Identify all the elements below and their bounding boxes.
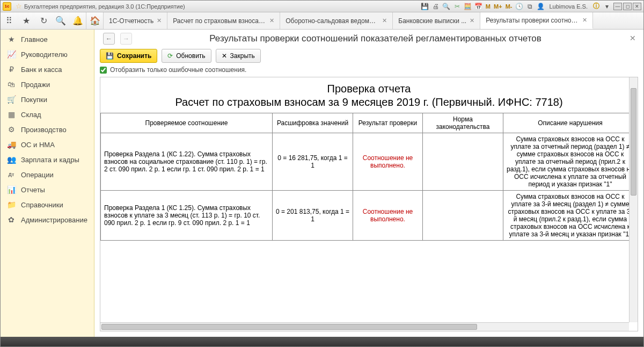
maximize-button[interactable]: ◻ xyxy=(623,3,632,10)
cart-icon: 🛒 xyxy=(7,95,16,104)
sidebar-item-sales[interactable]: 🛍Продажи xyxy=(1,77,94,92)
sidebar-item-admin[interactable]: ✿Администрирование xyxy=(1,212,94,227)
close-icon[interactable]: ✕ xyxy=(582,17,587,24)
table-header-row: Проверяемое соотношение Расшифровка знач… xyxy=(101,113,638,133)
table-row[interactable]: Проверка Раздела 1 (КС 1.22). Сумма стра… xyxy=(101,133,638,191)
print-icon[interactable]: 🖨 xyxy=(431,2,441,11)
content-area: ✕ ← → Результаты проверки соотношений по… xyxy=(94,30,643,337)
close-icon[interactable]: ✕ xyxy=(470,17,474,24)
chart-icon: 📈 xyxy=(7,50,16,59)
sidebar-item-production[interactable]: ⚙Производство xyxy=(1,122,94,137)
favorite-star-icon[interactable]: ☆ xyxy=(16,2,22,10)
people-icon: 👥 xyxy=(7,155,16,164)
close-button[interactable]: ✕ Закрыть xyxy=(216,49,261,63)
tab-insurance-calc[interactable]: Расчет по страховым взносам за 9 ... ✕ xyxy=(167,12,280,29)
col-description: Описание нарушения xyxy=(503,113,638,133)
sidebar-item-bank[interactable]: ₽Банк и касса xyxy=(1,62,94,77)
bag-icon: 🛍 xyxy=(7,80,16,89)
errors-only-checkbox[interactable] xyxy=(100,67,107,74)
history-icon[interactable]: ↻ xyxy=(35,12,52,29)
apps-grid-icon[interactable]: ⠿ xyxy=(1,12,18,29)
sidebar-item-reports[interactable]: 📊Отчеты xyxy=(1,182,94,197)
table-row[interactable]: Проверка Раздела 1 (КС 1.25). Сумма стра… xyxy=(101,191,638,241)
windows-icon[interactable]: ⧉ xyxy=(525,2,535,11)
preview-icon[interactable]: 🔍 xyxy=(442,2,451,11)
report-subheading: Расчет по страховым взносам за 9 месяцев… xyxy=(100,96,638,113)
refresh-button[interactable]: ⟳ Обновить xyxy=(162,49,211,63)
memory-m[interactable]: M xyxy=(484,3,492,10)
minimize-button[interactable]: — xyxy=(613,3,622,10)
sidebar-item-warehouse[interactable]: ▦Склад xyxy=(1,107,94,122)
star-icon: ★ xyxy=(7,35,16,44)
close-page-icon[interactable]: ✕ xyxy=(630,34,636,42)
user-icon: 👤 xyxy=(536,2,545,11)
dtkt-icon: Дт xyxy=(7,172,16,177)
col-norm: Норма законодательства xyxy=(423,113,503,133)
tab-bank-statements[interactable]: Банковские выписки ... ✕ xyxy=(393,12,480,29)
refresh-icon: ⟳ xyxy=(167,52,173,60)
titlebar: 1c ☆ Бухгалтерия предприятия, редакция 3… xyxy=(1,1,643,12)
nav-forward-button[interactable]: → xyxy=(120,33,132,45)
toolbar-star-icon[interactable]: ★ xyxy=(18,12,35,29)
save-icon: 💾 xyxy=(106,52,114,60)
horizontal-scrollbar[interactable] xyxy=(100,322,629,331)
nav-back-button[interactable]: ← xyxy=(103,33,115,45)
ruble-icon: ₽ xyxy=(7,65,16,74)
close-window-button[interactable]: ✕ xyxy=(633,3,641,10)
home-icon[interactable]: 🏠 xyxy=(86,12,104,29)
flower-icon: ✿ xyxy=(7,215,16,224)
sidebar-item-main[interactable]: ★Главное xyxy=(1,32,94,47)
report-heading: Проверка отчета xyxy=(100,77,638,96)
bars-icon: 📊 xyxy=(7,185,16,194)
close-icon[interactable]: ✕ xyxy=(382,17,387,24)
search-icon[interactable]: 🔍 xyxy=(52,12,69,29)
clock-icon[interactable]: 🕓 xyxy=(514,2,524,11)
errors-only-label: Отобразить только ошибочные соотношения. xyxy=(110,66,246,74)
document-tabs: 1С-Отчетность ✕ Расчет по страховым взно… xyxy=(104,12,643,29)
sidebar-item-assets[interactable]: 🚚ОС и НМА xyxy=(1,137,94,152)
sidebar-item-catalogs[interactable]: 📁Справочники xyxy=(1,197,94,212)
close-icon[interactable]: ✕ xyxy=(157,17,162,24)
memory-m-minus[interactable]: M- xyxy=(504,3,514,10)
dropdown-icon[interactable]: ▾ xyxy=(602,2,612,11)
page-title: Результаты проверки соотношений показате… xyxy=(137,33,635,44)
sidebar-item-purchases[interactable]: 🛒Покупки xyxy=(1,92,94,107)
col-values: Расшифровка значений xyxy=(273,113,353,133)
user-name: Lubimova E.S. xyxy=(549,3,588,10)
calculator-icon[interactable]: 🧮 xyxy=(463,2,473,11)
os-taskbar xyxy=(1,337,643,346)
tab-1c-reporting[interactable]: 1С-Отчетность ✕ xyxy=(104,12,167,29)
info-icon[interactable]: ⓘ xyxy=(591,2,601,11)
sidebar-item-operations[interactable]: ДтОперации xyxy=(1,167,94,182)
folder-icon: 📁 xyxy=(7,200,16,209)
bell-icon[interactable]: 🔔 xyxy=(69,12,86,29)
save-button[interactable]: 💾 Сохранить xyxy=(100,49,157,63)
truck-icon: 🚚 xyxy=(7,140,16,149)
col-result: Результат проверки xyxy=(353,113,423,133)
close-icon[interactable]: ✕ xyxy=(269,17,274,24)
tab-check-results[interactable]: Результаты проверки соотношений ... ✕ xyxy=(480,12,593,29)
sidebar-item-manager[interactable]: 📈Руководителю xyxy=(1,47,94,62)
vertical-scrollbar[interactable] xyxy=(629,77,638,322)
calendar-icon[interactable]: 📅 xyxy=(474,2,484,11)
main-toolbar: ⠿ ★ ↻ 🔍 🔔 🏠 1С-Отчетность ✕ Расчет по ст… xyxy=(1,12,643,30)
save-file-icon[interactable]: 💾 xyxy=(420,2,430,11)
memory-m-plus[interactable]: M+ xyxy=(492,3,504,10)
x-icon: ✕ xyxy=(222,52,227,60)
app-logo-icon: 1c xyxy=(3,2,11,11)
navigation-sidebar: ★Главное 📈Руководителю ₽Банк и касса 🛍Пр… xyxy=(1,30,94,337)
tab-turnover-balance[interactable]: Оборотно-сальдовая ведомость п... ✕ xyxy=(280,12,393,29)
app-title: Бухгалтерия предприятия, редакция 3.0 (1… xyxy=(24,3,185,10)
report-container[interactable]: Проверка отчета Расчет по страховым взно… xyxy=(100,77,638,331)
link-icon[interactable]: ✂ xyxy=(452,2,462,11)
results-table: Проверяемое соотношение Расшифровка знач… xyxy=(100,113,638,241)
sidebar-item-salary[interactable]: 👥Зарплата и кадры xyxy=(1,152,94,167)
grid-icon: ▦ xyxy=(7,110,16,119)
col-relation: Проверяемое соотношение xyxy=(101,113,273,133)
gear-icon: ⚙ xyxy=(7,125,16,134)
